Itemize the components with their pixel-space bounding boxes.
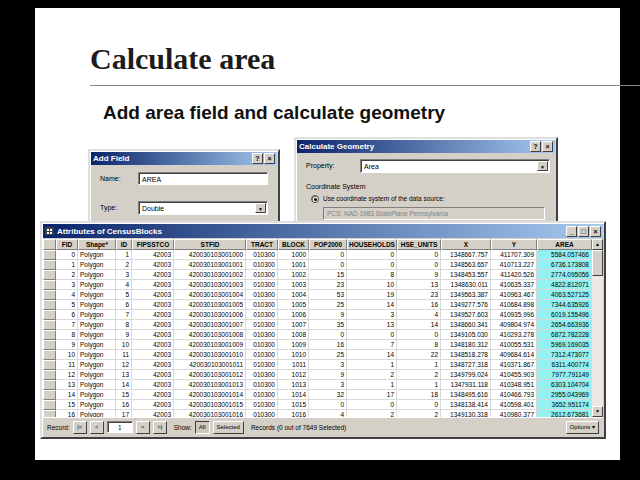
previous-record-button[interactable]: <	[90, 421, 104, 434]
table-cell[interactable]: 4063.527125	[537, 290, 592, 300]
close-icon[interactable]: ×	[264, 153, 275, 164]
table-cell[interactable]: Polygon	[78, 320, 116, 330]
table-cell[interactable]: 410371.867	[491, 360, 537, 370]
table-cell[interactable]: 3	[309, 380, 347, 390]
table-cell[interactable]: 1349527.603	[441, 310, 491, 320]
table-cell[interactable]: 010300	[246, 330, 278, 340]
table-cell[interactable]: 8	[397, 340, 441, 350]
table-cell[interactable]: 42003	[132, 250, 174, 260]
table-cell[interactable]: 1014	[278, 390, 309, 400]
table-cell[interactable]: 1016	[278, 410, 309, 417]
table-cell[interactable]: 17	[347, 390, 397, 400]
table-cell[interactable]: 420030103001004	[174, 290, 246, 300]
table-cell[interactable]: 2955.043969	[537, 390, 592, 400]
column-header-pop2000[interactable]: POP2000	[309, 239, 347, 250]
table-cell[interactable]: Polygon	[78, 330, 116, 340]
close-icon[interactable]: ×	[590, 226, 601, 237]
table-cell[interactable]: 420030103001005	[174, 300, 246, 310]
table-cell[interactable]: 42003	[132, 270, 174, 280]
table-cell[interactable]: 1349105.030	[441, 330, 491, 340]
table-cell[interactable]: Polygon	[78, 280, 116, 290]
table-cell[interactable]: 0	[309, 330, 347, 340]
row-selector[interactable]	[43, 270, 56, 280]
table-cell[interactable]: 3652.951174	[537, 400, 592, 410]
use-data-source-radio[interactable]	[311, 195, 319, 203]
type-dropdown[interactable]: Double ▼	[138, 201, 268, 215]
table-cell[interactable]: 10	[347, 280, 397, 290]
table-cell[interactable]: 19	[347, 290, 397, 300]
options-button[interactable]: Options ▾	[566, 421, 599, 434]
table-cell[interactable]: 410348.951	[491, 380, 537, 390]
table-cell[interactable]: 15	[309, 270, 347, 280]
table-cell[interactable]: 2	[397, 370, 441, 380]
table-cell[interactable]: Polygon	[78, 340, 116, 350]
row-selector[interactable]	[43, 280, 56, 290]
table-cell[interactable]: 1349799.024	[441, 370, 491, 380]
table-cell[interactable]: 1	[347, 360, 397, 370]
table-cell[interactable]: 410055.531	[491, 340, 537, 350]
table-cell[interactable]: 0	[347, 250, 397, 260]
table-cell[interactable]: 410455.903	[491, 370, 537, 380]
table-cell[interactable]: Polygon	[78, 260, 116, 270]
table-cell[interactable]: 2	[397, 410, 441, 417]
table-cell[interactable]: 13	[56, 380, 78, 390]
table-cell[interactable]: 420030103001013	[174, 380, 246, 390]
table-cell[interactable]: 5969.169035	[537, 340, 592, 350]
table-cell[interactable]: 420030103001003	[174, 280, 246, 290]
table-cell[interactable]: Polygon	[78, 380, 116, 390]
table-cell[interactable]: 010300	[246, 270, 278, 280]
table-cell[interactable]: 409804.974	[491, 320, 537, 330]
table-cell[interactable]: Polygon	[78, 400, 116, 410]
table-cell[interactable]: 8	[116, 320, 132, 330]
table-cell[interactable]: 42003	[132, 320, 174, 330]
table-cell[interactable]: 2654.663936	[537, 320, 592, 330]
table-cell[interactable]: 1348495.616	[441, 390, 491, 400]
add-field-titlebar[interactable]: Add Field ? ×	[91, 152, 277, 165]
table-cell[interactable]: 7	[347, 340, 397, 350]
table-cell[interactable]: 4822.812071	[537, 280, 592, 290]
table-cell[interactable]: 14	[56, 390, 78, 400]
table-cell[interactable]: Polygon	[78, 290, 116, 300]
table-cell[interactable]: 010300	[246, 280, 278, 290]
table-cell[interactable]: 1348727.318	[441, 360, 491, 370]
table-cell[interactable]: 7977.791149	[537, 370, 592, 380]
table-cell[interactable]: 16	[397, 300, 441, 310]
table-cell[interactable]: 8	[56, 330, 78, 340]
table-cell[interactable]: 420030103001012	[174, 370, 246, 380]
table-cell[interactable]: 010300	[246, 340, 278, 350]
table-cell[interactable]: 1348563.657	[441, 260, 491, 270]
table-cell[interactable]: 13	[116, 370, 132, 380]
table-cell[interactable]: 53	[309, 290, 347, 300]
table-cell[interactable]: 6019.155496	[537, 310, 592, 320]
row-selector[interactable]	[43, 320, 56, 330]
table-cell[interactable]: 0	[397, 260, 441, 270]
column-header-id[interactable]: ID	[116, 239, 132, 250]
row-selector[interactable]	[43, 250, 56, 260]
table-cell[interactable]: 1001	[278, 260, 309, 270]
record-number-input[interactable]: 1	[107, 421, 133, 433]
table-cell[interactable]: 1005	[278, 300, 309, 310]
show-selected-button[interactable]: Selected	[213, 421, 244, 434]
row-selector[interactable]	[43, 260, 56, 270]
column-header-y[interactable]: Y	[491, 239, 537, 250]
table-cell[interactable]: 14	[347, 350, 397, 360]
table-cell[interactable]: 420030103001002	[174, 270, 246, 280]
table-cell[interactable]: 010300	[246, 290, 278, 300]
table-cell[interactable]: 42003	[132, 300, 174, 310]
table-cell[interactable]: 010300	[246, 250, 278, 260]
table-cell[interactable]: 4	[116, 280, 132, 290]
table-cell[interactable]: 3	[347, 310, 397, 320]
table-cell[interactable]: 0	[347, 260, 397, 270]
table-cell[interactable]: 1003	[278, 280, 309, 290]
table-cell[interactable]: Polygon	[78, 300, 116, 310]
column-header-hseunits[interactable]: HSE_UNITS	[397, 239, 441, 250]
last-record-button[interactable]: >|	[153, 421, 167, 434]
table-cell[interactable]: 18	[397, 390, 441, 400]
next-record-button[interactable]: >	[136, 421, 150, 434]
table-cell[interactable]: 2	[116, 260, 132, 270]
table-cell[interactable]: 410635.337	[491, 280, 537, 290]
table-cell[interactable]: 410935.996	[491, 310, 537, 320]
table-cell[interactable]: 3	[309, 360, 347, 370]
table-cell[interactable]: 010300	[246, 390, 278, 400]
table-cell[interactable]: 1008	[278, 330, 309, 340]
